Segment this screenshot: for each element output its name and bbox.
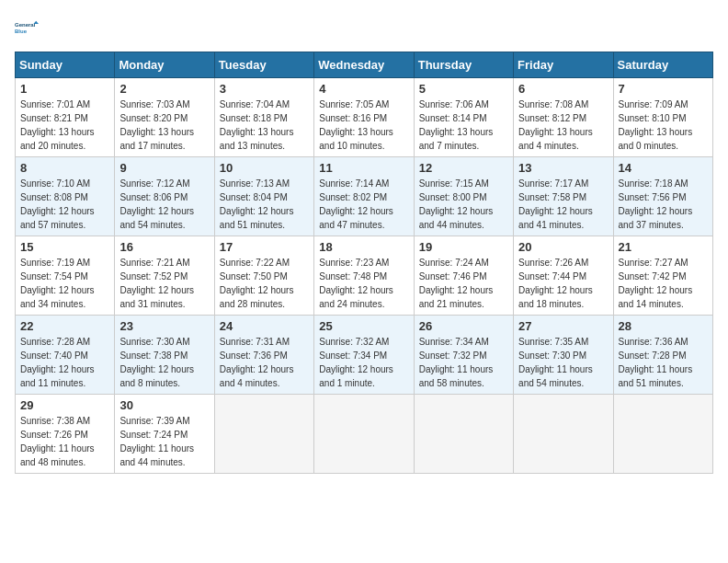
weekday-header: Thursday — [414, 52, 513, 78]
day-number: 30 — [119, 398, 209, 412]
calendar-cell: 26 Sunrise: 7:34 AMSunset: 7:32 PMDaylig… — [414, 316, 513, 395]
calendar-week-row: 1 Sunrise: 7:01 AMSunset: 8:21 PMDayligh… — [16, 78, 713, 157]
day-number: 14 — [619, 161, 708, 175]
calendar-cell — [414, 395, 513, 474]
day-number: 2 — [119, 82, 209, 96]
day-number: 1 — [20, 82, 109, 96]
calendar-cell: 5 Sunrise: 7:06 AMSunset: 8:14 PMDayligh… — [414, 78, 513, 157]
calendar-cell: 1 Sunrise: 7:01 AMSunset: 8:21 PMDayligh… — [16, 78, 115, 157]
day-number: 27 — [518, 319, 608, 333]
day-info: Sunrise: 7:08 AMSunset: 8:12 PMDaylight:… — [518, 98, 608, 153]
calendar-cell: 2 Sunrise: 7:03 AMSunset: 8:20 PMDayligh… — [115, 78, 214, 157]
calendar-cell: 11 Sunrise: 7:14 AMSunset: 8:02 PMDaylig… — [314, 157, 414, 236]
calendar-cell: 6 Sunrise: 7:08 AMSunset: 8:12 PMDayligh… — [514, 78, 613, 157]
calendar-cell: 13 Sunrise: 7:17 AMSunset: 7:58 PMDaylig… — [514, 157, 613, 236]
calendar-week-row: 8 Sunrise: 7:10 AMSunset: 8:08 PMDayligh… — [16, 157, 713, 236]
calendar-cell: 22 Sunrise: 7:28 AMSunset: 7:40 PMDaylig… — [16, 316, 115, 395]
day-info: Sunrise: 7:12 AMSunset: 8:06 PMDaylight:… — [119, 177, 209, 232]
day-info: Sunrise: 7:32 AMSunset: 7:34 PMDaylight:… — [319, 335, 408, 390]
calendar-cell: 19 Sunrise: 7:24 AMSunset: 7:46 PMDaylig… — [414, 236, 513, 316]
day-number: 4 — [319, 82, 408, 96]
day-info: Sunrise: 7:31 AMSunset: 7:36 PMDaylight:… — [220, 335, 309, 390]
day-number: 22 — [20, 319, 109, 333]
calendar-cell: 20 Sunrise: 7:26 AMSunset: 7:44 PMDaylig… — [514, 236, 613, 316]
logo-icon: General Blue — [15, 15, 40, 40]
weekday-header: Monday — [115, 52, 214, 78]
day-number: 10 — [220, 161, 309, 175]
calendar-cell — [314, 395, 414, 474]
calendar-cell: 27 Sunrise: 7:35 AMSunset: 7:30 PMDaylig… — [514, 316, 613, 395]
day-info: Sunrise: 7:28 AMSunset: 7:40 PMDaylight:… — [20, 335, 109, 390]
weekday-header: Saturday — [613, 52, 712, 78]
page-header: General Blue — [15, 15, 713, 40]
calendar-cell: 3 Sunrise: 7:04 AMSunset: 8:18 PMDayligh… — [214, 78, 313, 157]
weekday-header: Tuesday — [214, 52, 313, 78]
day-number: 9 — [119, 161, 209, 175]
svg-text:Blue: Blue — [15, 29, 28, 34]
calendar-cell: 24 Sunrise: 7:31 AMSunset: 7:36 PMDaylig… — [214, 316, 313, 395]
calendar-cell: 17 Sunrise: 7:22 AMSunset: 7:50 PMDaylig… — [214, 236, 313, 316]
day-number: 13 — [518, 161, 608, 175]
day-info: Sunrise: 7:17 AMSunset: 7:58 PMDaylight:… — [518, 177, 608, 232]
day-info: Sunrise: 7:13 AMSunset: 8:04 PMDaylight:… — [220, 177, 309, 232]
day-info: Sunrise: 7:26 AMSunset: 7:44 PMDaylight:… — [518, 256, 608, 311]
day-info: Sunrise: 7:01 AMSunset: 8:21 PMDaylight:… — [20, 98, 109, 153]
day-info: Sunrise: 7:09 AMSunset: 8:10 PMDaylight:… — [619, 98, 708, 153]
day-info: Sunrise: 7:30 AMSunset: 7:38 PMDaylight:… — [119, 335, 209, 390]
calendar-cell: 4 Sunrise: 7:05 AMSunset: 8:16 PMDayligh… — [314, 78, 414, 157]
day-number: 7 — [619, 82, 708, 96]
day-number: 18 — [319, 240, 408, 254]
day-number: 25 — [319, 319, 408, 333]
calendar-cell: 7 Sunrise: 7:09 AMSunset: 8:10 PMDayligh… — [613, 78, 712, 157]
weekday-header: Sunday — [16, 52, 115, 78]
day-info: Sunrise: 7:19 AMSunset: 7:54 PMDaylight:… — [20, 256, 109, 311]
day-info: Sunrise: 7:05 AMSunset: 8:16 PMDaylight:… — [319, 98, 408, 153]
calendar-week-row: 15 Sunrise: 7:19 AMSunset: 7:54 PMDaylig… — [16, 236, 713, 316]
calendar-week-row: 22 Sunrise: 7:28 AMSunset: 7:40 PMDaylig… — [16, 316, 713, 395]
calendar-cell: 12 Sunrise: 7:15 AMSunset: 8:00 PMDaylig… — [414, 157, 513, 236]
day-info: Sunrise: 7:35 AMSunset: 7:30 PMDaylight:… — [518, 335, 608, 390]
day-info: Sunrise: 7:14 AMSunset: 8:02 PMDaylight:… — [319, 177, 408, 232]
weekday-header: Friday — [514, 52, 613, 78]
logo: General Blue — [15, 15, 40, 40]
calendar-cell — [514, 395, 613, 474]
calendar-cell — [214, 395, 313, 474]
day-number: 17 — [220, 240, 309, 254]
day-info: Sunrise: 7:22 AMSunset: 7:50 PMDaylight:… — [220, 256, 309, 311]
day-info: Sunrise: 7:27 AMSunset: 7:42 PMDaylight:… — [619, 256, 708, 311]
weekday-header: Wednesday — [314, 52, 414, 78]
calendar-cell: 8 Sunrise: 7:10 AMSunset: 8:08 PMDayligh… — [16, 157, 115, 236]
day-info: Sunrise: 7:36 AMSunset: 7:28 PMDaylight:… — [619, 335, 708, 390]
day-number: 12 — [419, 161, 508, 175]
day-info: Sunrise: 7:03 AMSunset: 8:20 PMDaylight:… — [119, 98, 209, 153]
day-info: Sunrise: 7:21 AMSunset: 7:52 PMDaylight:… — [119, 256, 209, 311]
day-info: Sunrise: 7:06 AMSunset: 8:14 PMDaylight:… — [419, 98, 508, 153]
calendar-cell: 9 Sunrise: 7:12 AMSunset: 8:06 PMDayligh… — [115, 157, 214, 236]
calendar-cell: 16 Sunrise: 7:21 AMSunset: 7:52 PMDaylig… — [115, 236, 214, 316]
day-number: 16 — [119, 240, 209, 254]
calendar-cell — [613, 395, 712, 474]
day-number: 28 — [619, 319, 708, 333]
day-number: 8 — [20, 161, 109, 175]
day-info: Sunrise: 7:23 AMSunset: 7:48 PMDaylight:… — [319, 256, 408, 311]
day-info: Sunrise: 7:34 AMSunset: 7:32 PMDaylight:… — [419, 335, 508, 390]
day-info: Sunrise: 7:38 AMSunset: 7:26 PMDaylight:… — [20, 414, 109, 469]
svg-text:General: General — [15, 22, 36, 28]
day-number: 26 — [419, 319, 508, 333]
day-number: 6 — [518, 82, 608, 96]
calendar-cell: 14 Sunrise: 7:18 AMSunset: 7:56 PMDaylig… — [613, 157, 712, 236]
day-info: Sunrise: 7:24 AMSunset: 7:46 PMDaylight:… — [419, 256, 508, 311]
day-info: Sunrise: 7:39 AMSunset: 7:24 PMDaylight:… — [119, 414, 209, 469]
day-number: 15 — [20, 240, 109, 254]
calendar-week-row: 29 Sunrise: 7:38 AMSunset: 7:26 PMDaylig… — [16, 395, 713, 474]
weekday-header-row: SundayMondayTuesdayWednesdayThursdayFrid… — [16, 52, 713, 78]
calendar-cell: 15 Sunrise: 7:19 AMSunset: 7:54 PMDaylig… — [16, 236, 115, 316]
day-number: 3 — [220, 82, 309, 96]
calendar-cell: 18 Sunrise: 7:23 AMSunset: 7:48 PMDaylig… — [314, 236, 414, 316]
day-info: Sunrise: 7:18 AMSunset: 7:56 PMDaylight:… — [619, 177, 708, 232]
calendar-cell: 29 Sunrise: 7:38 AMSunset: 7:26 PMDaylig… — [16, 395, 115, 474]
day-number: 11 — [319, 161, 408, 175]
day-info: Sunrise: 7:10 AMSunset: 8:08 PMDaylight:… — [20, 177, 109, 232]
day-number: 5 — [419, 82, 508, 96]
day-number: 23 — [119, 319, 209, 333]
